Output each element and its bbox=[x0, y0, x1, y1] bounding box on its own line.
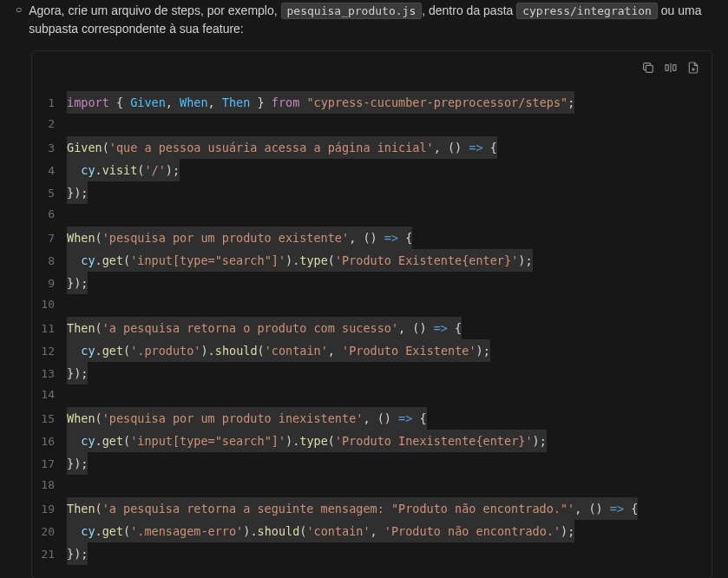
new-file-icon[interactable] bbox=[685, 60, 701, 76]
code-line: 16 cy.get('input[type="search"]').type('… bbox=[32, 430, 712, 452]
line-number: 13 bbox=[32, 364, 67, 384]
line-number: 12 bbox=[32, 341, 67, 362]
code-block: 1 import { Given, When, Then } from "cyp… bbox=[31, 50, 712, 578]
code-line: 2 bbox=[32, 114, 712, 136]
code-toolbar bbox=[640, 60, 701, 76]
line-number: 21 bbox=[32, 544, 67, 565]
code-line: 4 cy.visit('/'); bbox=[32, 159, 712, 181]
code-line: 21 }); bbox=[32, 542, 712, 565]
line-number: 14 bbox=[32, 384, 67, 405]
line-number: 10 bbox=[32, 294, 67, 315]
code-line: 14 bbox=[32, 384, 712, 407]
line-number: 4 bbox=[32, 161, 67, 181]
insert-at-cursor-icon[interactable] bbox=[663, 60, 679, 76]
code-line: 11 Then('a pesquisa retorna o produto co… bbox=[32, 317, 712, 339]
code-line: 15 When('pesquisa por um produto inexist… bbox=[32, 407, 712, 430]
code-line: 10 bbox=[32, 294, 712, 317]
line-number: 6 bbox=[32, 204, 67, 225]
svg-rect-2 bbox=[673, 65, 676, 71]
line-number: 2 bbox=[32, 114, 67, 135]
line-number: 20 bbox=[32, 522, 67, 542]
copy-icon[interactable] bbox=[640, 60, 656, 76]
line-number: 16 bbox=[32, 431, 67, 452]
code-line: 18 bbox=[32, 475, 712, 497]
line-number: 8 bbox=[32, 251, 67, 272]
code-line: 6 bbox=[32, 204, 712, 227]
code-line: 8 cy.get('input[type="search"]').type('P… bbox=[32, 249, 712, 272]
line-number: 3 bbox=[32, 138, 67, 159]
line-number: 18 bbox=[32, 475, 67, 496]
code-line: 3 Given('que a pessoa usuária acessa a p… bbox=[32, 136, 712, 159]
code-line: 9 }); bbox=[32, 272, 712, 294]
code-line: 5 }); bbox=[32, 181, 712, 204]
desc-prefix: Agora, crie um arquivo de steps, por exe… bbox=[29, 3, 280, 17]
svg-rect-0 bbox=[646, 65, 653, 72]
line-number: 1 bbox=[32, 93, 67, 114]
code-line: 1 import { Given, When, Then } from "cyp… bbox=[32, 91, 712, 114]
inline-code-folder: cypress/integration bbox=[516, 3, 658, 19]
description-block: ○ Agora, crie um arquivo de steps, por e… bbox=[0, 0, 728, 40]
line-number: 5 bbox=[32, 183, 67, 204]
svg-rect-1 bbox=[666, 65, 668, 71]
code-line: 20 cy.get('.mensagem-erro').should('cont… bbox=[32, 520, 712, 542]
code-line: 7 When('pesquisa por um produto existent… bbox=[32, 227, 712, 249]
line-number: 7 bbox=[32, 228, 67, 249]
bullet-icon: ○ bbox=[16, 3, 22, 16]
desc-mid: , dentro da pasta bbox=[422, 3, 516, 17]
description-text: Agora, crie um arquivo de steps, por exe… bbox=[29, 2, 728, 38]
code-area[interactable]: 1 import { Given, When, Then } from "cyp… bbox=[32, 51, 712, 578]
line-number: 15 bbox=[32, 409, 67, 430]
line-number: 11 bbox=[32, 319, 67, 339]
inline-code-file: pesquisa_produto.js bbox=[281, 3, 423, 19]
line-number: 19 bbox=[32, 499, 67, 520]
code-line: 13 }); bbox=[32, 362, 712, 384]
line-number: 9 bbox=[32, 273, 67, 294]
code-line: 17 }); bbox=[32, 452, 712, 475]
code-line: 12 cy.get('.produto').should('contain', … bbox=[32, 339, 712, 362]
code-line: 19 Then('a pesquisa retorna a seguinte m… bbox=[32, 497, 712, 520]
line-number: 17 bbox=[32, 454, 67, 475]
